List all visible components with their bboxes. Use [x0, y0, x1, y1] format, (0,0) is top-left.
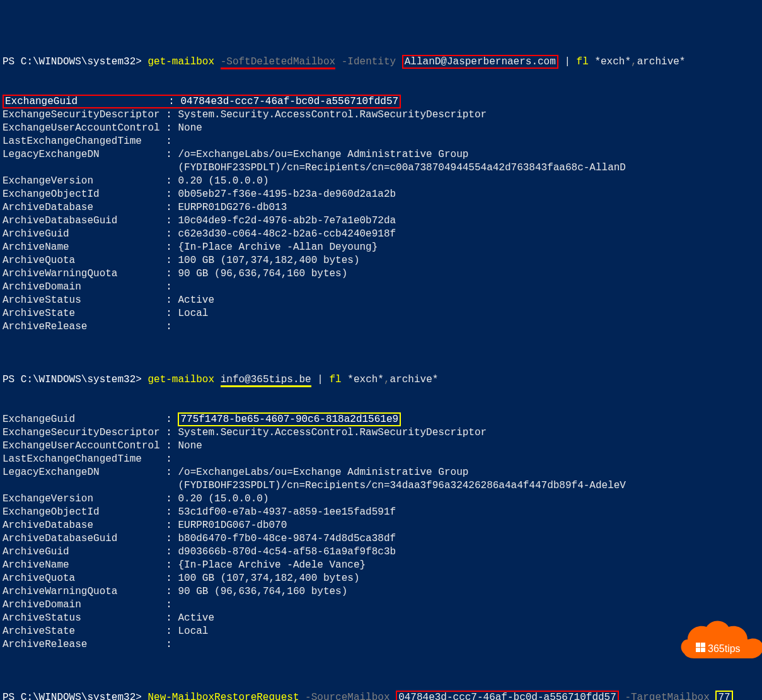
- property-row: ExchangeGuid : 04784e3d-ccc7-46af-bc0d-a…: [3, 95, 759, 108]
- property-row: ArchiveWarningQuota : 90 GB (96,636,764,…: [3, 585, 759, 598]
- property-row: LastExchangeChangedTime :: [3, 453, 759, 466]
- source-mailbox-guid: 04784e3d-ccc7-46af-bc0d-a556710fdd57: [396, 691, 619, 700]
- property-row: ArchiveDomain :: [3, 598, 759, 612]
- property-row: ArchiveRelease :: [3, 320, 759, 334]
- property-row: LegacyExchangeDN : /o=ExchangeLabs/ou=Ex…: [3, 466, 759, 479]
- property-row: ArchiveName : {In-Place Archive -Adele V…: [3, 559, 759, 572]
- property-row: ExchangeVersion : 0.20 (15.0.0.0): [3, 493, 759, 506]
- property-row: ArchiveQuota : 100 GB (107,374,182,400 b…: [3, 572, 759, 585]
- property-row: ExchangeUserAccountControl : None: [3, 440, 759, 453]
- command-line-1: PS C:\WINDOWS\system32> get-mailbox -Sof…: [3, 55, 759, 69]
- property-row: ArchiveName : {In-Place Archive -Allan D…: [3, 241, 759, 254]
- property-row: ExchangeObjectId : 0b05eb27-f36e-4195-b2…: [3, 188, 759, 201]
- svg-rect-3: [701, 648, 705, 652]
- identity-value-1: AllanD@Jasperbernaers.com: [402, 55, 558, 69]
- property-row: ExchangeGuid : 775f1478-be65-4607-90c6-8…: [3, 413, 759, 426]
- property-row: ExchangeUserAccountControl : None: [3, 122, 759, 135]
- property-row: ArchiveState : Local: [3, 625, 759, 638]
- property-continuation: (FYDIBOHF23SPDLT)/cn=Recipients/cn=c00a7…: [3, 161, 759, 175]
- property-row: LastExchangeChangedTime :: [3, 135, 759, 148]
- command-line-2: PS C:\WINDOWS\system32> get-mailbox info…: [3, 373, 759, 387]
- property-continuation: (FYDIBOHF23SPDLT)/cn=Recipients/cn=34daa…: [3, 479, 759, 493]
- svg-rect-2: [696, 648, 700, 652]
- property-row: ArchiveDatabase : EURPR01DG276-db013: [3, 201, 759, 214]
- property-row: ArchiveState : Local: [3, 307, 759, 320]
- property-row: ArchiveDatabase : EURPR01DG067-db070: [3, 519, 759, 532]
- logo-text: 365tips: [708, 643, 741, 654]
- property-row: LegacyExchangeDN : /o=ExchangeLabs/ou=Ex…: [3, 148, 759, 161]
- property-row: ArchiveGuid : d903666b-870d-4c54-af58-61…: [3, 545, 759, 559]
- identity-value-2: info@365tips.be: [221, 374, 311, 387]
- svg-rect-0: [696, 643, 700, 647]
- property-row: ArchiveStatus : Active: [3, 612, 759, 625]
- property-row: ArchiveRelease :: [3, 638, 759, 651]
- property-row: ArchiveDomain :: [3, 281, 759, 294]
- svg-rect-1: [701, 643, 705, 647]
- property-row: ExchangeObjectId : 53c1df00-e7ab-4937-a8…: [3, 506, 759, 519]
- property-row: ArchiveStatus : Active: [3, 294, 759, 307]
- property-row: ArchiveGuid : c62e3d30-c064-48c2-b2a6-cc…: [3, 228, 759, 241]
- property-row: ArchiveWarningQuota : 90 GB (96,636,764,…: [3, 267, 759, 281]
- property-row: ArchiveQuota : 100 GB (107,374,182,400 b…: [3, 254, 759, 267]
- property-row: ArchiveDatabaseGuid : b80d6470-f7b0-48ce…: [3, 532, 759, 545]
- command-line-3: PS C:\WINDOWS\system32> New-MailboxResto…: [3, 691, 759, 700]
- property-row: ExchangeVersion : 0.20 (15.0.0.0): [3, 175, 759, 188]
- property-row: ExchangeSecurityDescriptor : System.Secu…: [3, 426, 759, 440]
- powershell-terminal[interactable]: PS C:\WINDOWS\system32> get-mailbox -Sof…: [3, 55, 759, 700]
- property-row: ArchiveDatabaseGuid : 10c04de9-fc2d-4976…: [3, 214, 759, 228]
- site-logo: 365tips: [666, 604, 754, 666]
- property-row: ExchangeSecurityDescriptor : System.Secu…: [3, 108, 759, 122]
